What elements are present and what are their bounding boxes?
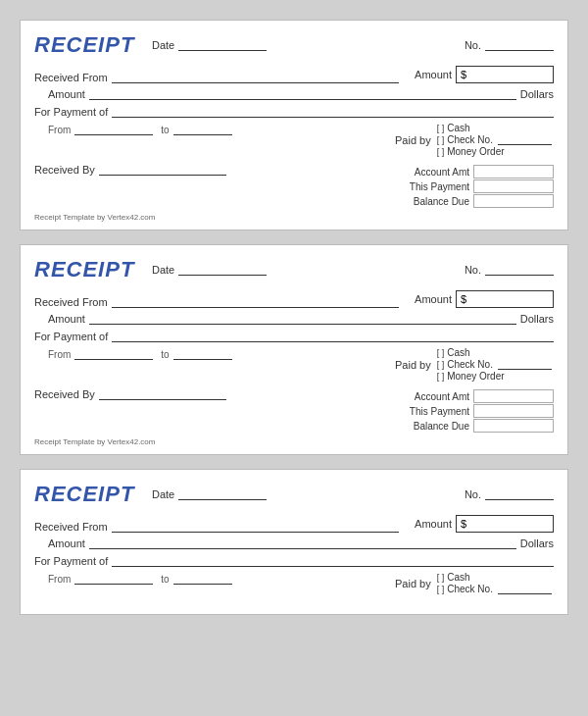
for-payment-line-1 xyxy=(112,105,554,118)
no-line-1 xyxy=(485,39,554,51)
balance-due-value-1 xyxy=(473,194,554,208)
receipt-title-2: RECEIPT xyxy=(34,257,142,282)
receipt-title-1: RECEIPT xyxy=(34,32,142,58)
no-label-2: No. xyxy=(465,264,481,276)
received-from-line-1 xyxy=(112,71,400,83)
received-from-label-1: Received From xyxy=(34,72,108,83)
amount-label-1: Amount xyxy=(415,69,452,80)
this-payment-label-1: This Payment xyxy=(395,181,473,192)
from-line-1 xyxy=(74,123,153,135)
account-amt-value-2 xyxy=(473,389,554,403)
balance-due-row-2: Balance Due xyxy=(395,419,554,433)
money-order-option-2: [ ] Money Order xyxy=(437,371,552,382)
dollars-text-3: Dollars xyxy=(520,537,554,549)
dollars-line-2 xyxy=(89,312,516,325)
date-label-2: Date xyxy=(152,264,174,276)
cash-option-2: [ ] Cash xyxy=(437,347,552,358)
date-label-3: Date xyxy=(152,488,174,500)
receipt-title-3: RECEIPT xyxy=(34,482,142,507)
no-label-3: No. xyxy=(465,488,481,500)
from-label-3: From xyxy=(48,574,71,585)
account-table-2: Account Amt This Payment Balance Due xyxy=(395,389,554,433)
dollars-text-2: Dollars xyxy=(520,313,554,325)
this-payment-row-2: This Payment xyxy=(395,404,554,418)
cash-option-3: [ ] Cash xyxy=(437,572,552,583)
to-label-3: to xyxy=(161,574,169,585)
paid-by-label-3: Paid by xyxy=(395,578,431,589)
amount-box-1: $ xyxy=(456,66,554,83)
no-label-1: No. xyxy=(465,39,481,51)
dollars-line-3 xyxy=(89,537,516,549)
dollars-text-1: Dollars xyxy=(520,88,554,100)
paid-by-label-1: Paid by xyxy=(395,134,431,146)
to-line-3 xyxy=(173,572,232,585)
check-option-1: [ ] Check No. xyxy=(437,134,552,145)
this-payment-value-1 xyxy=(473,179,554,193)
cash-option-1: [ ] Cash xyxy=(437,123,552,133)
dollars-label-2: Amount xyxy=(48,313,85,325)
received-by-line-1 xyxy=(99,163,226,176)
amount-label-2: Amount xyxy=(415,293,452,305)
receipt-1: RECEIPT Date No. Received From Amount $ … xyxy=(20,20,568,230)
receipt-3: RECEIPT Date No. Received From Amount $ … xyxy=(20,469,568,615)
amount-symbol-2: $ xyxy=(461,293,466,305)
received-from-label-3: Received From xyxy=(34,521,108,533)
money-order-option-1: [ ] Money Order xyxy=(437,146,552,157)
received-by-label-2: Received By xyxy=(34,388,95,400)
from-label-2: From xyxy=(48,349,71,360)
this-payment-value-2 xyxy=(473,404,554,418)
account-amt-row-1: Account Amt xyxy=(395,165,554,179)
to-label-2: to xyxy=(161,349,169,360)
receipt-2: RECEIPT Date No. Received From Amount $ … xyxy=(20,244,568,455)
to-line-1 xyxy=(173,123,232,135)
receipt-footer-2: Receipt Template by Vertex42.com xyxy=(34,437,554,446)
account-table-1: Account Amt This Payment Balance Due xyxy=(395,165,554,208)
account-amt-label-1: Account Amt xyxy=(395,167,473,178)
from-line-2 xyxy=(74,347,153,360)
balance-due-label-2: Balance Due xyxy=(395,421,473,432)
no-line-3 xyxy=(485,488,554,500)
account-amt-value-1 xyxy=(473,165,554,179)
to-label-1: to xyxy=(161,125,169,135)
date-line-3 xyxy=(178,488,267,500)
for-payment-line-3 xyxy=(112,554,554,567)
paid-by-label-2: Paid by xyxy=(395,359,431,371)
balance-due-label-1: Balance Due xyxy=(395,196,473,207)
for-payment-label-1: For Payment of xyxy=(34,106,108,118)
for-payment-label-3: For Payment of xyxy=(34,555,108,567)
account-amt-label-2: Account Amt xyxy=(395,391,473,402)
received-by-label-1: Received By xyxy=(34,164,95,176)
this-payment-label-2: This Payment xyxy=(395,406,473,417)
received-from-line-2 xyxy=(112,295,400,308)
receipt-footer-1: Receipt Template by Vertex42.com xyxy=(34,213,554,222)
amount-label-3: Amount xyxy=(415,518,452,530)
from-line-3 xyxy=(74,572,153,585)
received-from-label-2: Received From xyxy=(34,296,108,308)
account-amt-row-2: Account Amt xyxy=(395,389,554,403)
date-line-2 xyxy=(178,264,267,276)
received-by-line-2 xyxy=(99,387,226,400)
dollars-label-3: Amount xyxy=(48,537,85,549)
check-option-3: [ ] Check No. xyxy=(437,584,552,594)
for-payment-line-2 xyxy=(112,330,554,342)
this-payment-row-1: This Payment xyxy=(395,179,554,193)
from-label-1: From xyxy=(48,125,71,135)
to-line-2 xyxy=(173,347,232,360)
amount-symbol-3: $ xyxy=(461,518,466,530)
for-payment-label-2: For Payment of xyxy=(34,331,108,342)
date-label-1: Date xyxy=(152,39,174,51)
check-option-2: [ ] Check No. xyxy=(437,359,552,370)
balance-due-row-1: Balance Due xyxy=(395,194,554,208)
received-from-line-3 xyxy=(112,520,400,533)
amount-symbol-1: $ xyxy=(461,69,466,80)
dollars-label-1: Amount xyxy=(48,88,85,100)
balance-due-value-2 xyxy=(473,419,554,433)
date-line-1 xyxy=(178,39,267,51)
no-line-2 xyxy=(485,264,554,276)
amount-box-2: $ xyxy=(456,290,554,308)
dollars-line-1 xyxy=(89,87,516,100)
amount-box-3: $ xyxy=(456,515,554,533)
